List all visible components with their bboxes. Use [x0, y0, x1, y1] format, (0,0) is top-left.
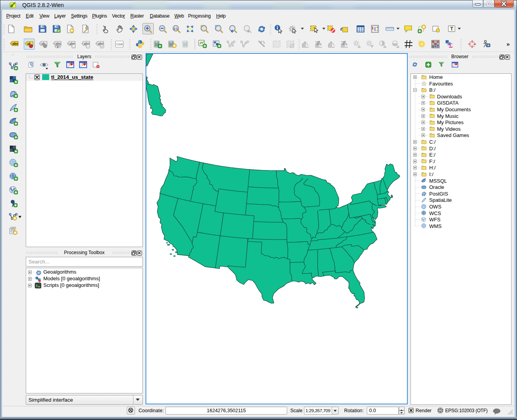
svg-text:CSW: CSW [116, 43, 123, 46]
svg-text:1:1: 1:1 [174, 27, 178, 30]
svg-text:ε: ε [340, 25, 343, 32]
svg-text:Σ: Σ [449, 42, 453, 49]
svg-text:T: T [450, 26, 453, 32]
svg-text:abc: abc [55, 42, 61, 46]
svg-text:abc: abc [12, 42, 18, 46]
